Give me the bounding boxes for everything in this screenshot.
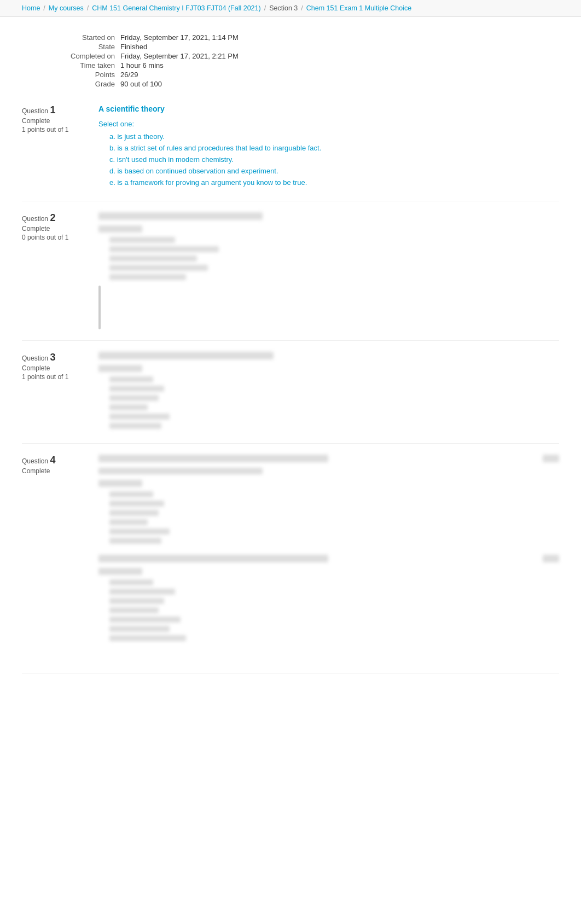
grade-value: 90 out of 100 <box>120 80 162 88</box>
breadcrumb-exam[interactable]: Chem 151 Exam 1 Multiple Choice <box>306 4 411 12</box>
grade-label: Grade <box>55 80 120 88</box>
separator-1: / <box>43 4 45 12</box>
question-3-opt5 <box>109 414 170 420</box>
question-2-opt4 <box>109 265 208 271</box>
question-2-number: Question 2 <box>22 212 93 224</box>
question-3-opt6 <box>109 423 161 429</box>
question-3-opt4 <box>109 404 148 410</box>
summary-table: Started on Friday, September 17, 2021, 1… <box>55 33 559 88</box>
question-4b-score <box>543 555 559 562</box>
time-taken-value: 1 hour 6 mins <box>120 61 164 69</box>
question-2-points: 0 points out of 1 <box>22 234 93 241</box>
breadcrumb-section: Section 3 <box>269 4 298 12</box>
question-4b-select <box>98 568 142 575</box>
summary-row-points: Points 26/29 <box>55 71 559 79</box>
main-content: Started on Friday, September 17, 2021, 1… <box>0 17 581 706</box>
question-2-opt1 <box>109 237 175 243</box>
points-label: Points <box>55 71 120 79</box>
question-1-number: Question 1 <box>22 104 93 116</box>
question-4a-select <box>98 480 142 487</box>
summary-row-state: State Finished <box>55 43 559 51</box>
breadcrumb: Home / My courses / CHM 151 General Chem… <box>0 0 581 17</box>
question-2-opt3 <box>109 255 197 261</box>
question-4-block: Question 4 Complete <box>22 455 559 673</box>
question-4a-title <box>98 455 328 462</box>
question-1-sidebar: Question 1 Complete 1 points out of 1 <box>22 104 98 190</box>
question-2-opt2 <box>109 246 219 252</box>
question-2-border <box>98 286 101 329</box>
question-1-option-b: b. is a strict set of rules and procedur… <box>109 144 559 152</box>
question-4a-opt4 <box>109 519 148 525</box>
time-taken-label: Time taken <box>55 61 120 69</box>
question-4-number: Question 4 <box>22 455 93 466</box>
summary-row-grade: Grade 90 out of 100 <box>55 80 559 88</box>
question-4b-opt2 <box>109 589 175 595</box>
question-3-opt3 <box>109 395 159 401</box>
question-4b-opt1 <box>109 579 153 585</box>
question-3-sidebar: Question 3 Complete 1 points out of 1 <box>22 352 98 432</box>
state-value: Finished <box>120 43 147 51</box>
question-4a-opt3 <box>109 510 159 516</box>
question-4b-opt5 <box>109 617 181 623</box>
points-value: 26/29 <box>120 71 138 79</box>
question-4-status: Complete <box>22 467 93 475</box>
question-4b-opt4 <box>109 607 159 613</box>
question-2-select-blur <box>98 225 142 233</box>
question-3-status: Complete <box>22 364 93 372</box>
question-4a-opt2 <box>109 501 164 507</box>
question-3-select-blur <box>98 365 142 372</box>
question-4b-opt3 <box>109 598 164 604</box>
question-3-number: Question 3 <box>22 352 93 363</box>
question-1-points: 1 points out of 1 <box>22 126 93 133</box>
started-on-value: Friday, September 17, 2021, 1:14 PM <box>120 33 239 42</box>
question-4a-score <box>543 455 559 462</box>
separator-2: / <box>87 4 89 12</box>
question-3-opt2 <box>109 386 164 392</box>
question-1-block: Question 1 Complete 1 points out of 1 A … <box>22 104 559 201</box>
question-4a-opt1 <box>109 491 153 497</box>
question-4-sidebar: Question 4 Complete <box>22 455 98 662</box>
summary-row-completed: Completed on Friday, September 17, 2021,… <box>55 52 559 60</box>
question-2-opt5 <box>109 274 186 280</box>
question-2-content <box>98 212 559 329</box>
question-4-content <box>98 455 559 662</box>
question-4a-subtitle <box>98 468 263 474</box>
state-label: State <box>55 43 120 51</box>
question-1-content: A scientific theory Select one: a. is ju… <box>98 104 559 190</box>
separator-3: / <box>264 4 266 12</box>
question-4a-opt5 <box>109 528 170 534</box>
question-1-option-c: c. isn't used much in modern chemistry. <box>109 155 559 164</box>
started-on-label: Started on <box>55 33 120 42</box>
question-3-points: 1 points out of 1 <box>22 373 93 381</box>
question-3-content <box>98 352 559 432</box>
summary-row-time: Time taken 1 hour 6 mins <box>55 61 559 69</box>
summary-row-started: Started on Friday, September 17, 2021, 1… <box>55 33 559 42</box>
breadcrumb-my-courses[interactable]: My courses <box>49 4 84 12</box>
question-1-title: A scientific theory <box>98 104 559 113</box>
question-4b-opt6 <box>109 626 170 632</box>
question-1-status: Complete <box>22 117 93 125</box>
question-3-title-blur <box>98 352 274 359</box>
breadcrumb-home[interactable]: Home <box>22 4 40 12</box>
question-2-block: Question 2 Complete 0 points out of 1 <box>22 212 559 341</box>
question-3-opt1 <box>109 376 153 382</box>
question-1-select-one: Select one: <box>98 120 559 128</box>
separator-4: / <box>301 4 303 12</box>
question-4b-opt7 <box>109 635 186 641</box>
question-3-block: Question 3 Complete 1 points out of 1 <box>22 352 559 444</box>
question-4b-title <box>98 555 328 562</box>
completed-on-label: Completed on <box>55 52 120 60</box>
question-4a-opt6 <box>109 538 161 544</box>
question-2-status: Complete <box>22 225 93 233</box>
question-1-option-a: a. is just a theory. <box>109 132 559 141</box>
breadcrumb-course[interactable]: CHM 151 General Chemistry I FJT03 FJT04 … <box>92 4 260 12</box>
question-1-option-e: e. is a framework for proving an argumen… <box>109 178 559 187</box>
question-2-title-blur <box>98 212 263 220</box>
completed-on-value: Friday, September 17, 2021, 2:21 PM <box>120 52 239 60</box>
question-1-option-d: d. is based on continued observation and… <box>109 167 559 175</box>
question-2-sidebar: Question 2 Complete 0 points out of 1 <box>22 212 98 329</box>
